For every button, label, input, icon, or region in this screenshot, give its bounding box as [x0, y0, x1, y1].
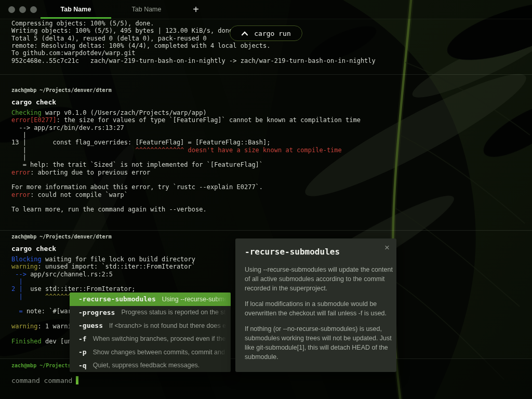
tab-bar: Tab NameTab Name + [0, 0, 532, 19]
terminal-text-segment: : the size for values of type `[FeatureF… [57, 116, 361, 124]
doc-paragraph-line: recorded in the superproject. [245, 284, 387, 293]
terminal-text-segment: warp v0.1.0 (/Users/zach/Projects/warp/a… [42, 109, 207, 116]
command-text[interactable]: cargo check [11, 245, 56, 252]
doc-paragraph: If nothing (or --no-recurse-submodules) … [245, 324, 387, 362]
flag-description: When switching branches, proceed even if… [93, 335, 227, 342]
doc-paragraph-line: submodule. [245, 352, 387, 362]
terminal-block-git-push: Compressing objects: 100% (5/5), done.Wr… [11, 20, 376, 64]
flag-name: -guess [78, 322, 103, 329]
autocomplete-item[interactable]: -qQuiet, suppress feedback messages. [70, 359, 231, 373]
autocomplete-item[interactable]: -fWhen switching branches, proceed even … [70, 332, 231, 346]
doc-paragraphs: Using --recurse-submodules will update t… [245, 265, 387, 362]
terminal-text-segment: : 1 warni [38, 323, 72, 330]
doc-paragraph-line: submodules working trees will not be upd… [245, 334, 387, 343]
terminal-text-segment: To github.com:warpdotdev/warp.git [11, 49, 135, 57]
terminal-line: Total 5 (delta 4), reused 0 (delta 0), p… [11, 35, 376, 42]
jump-to-command-pill[interactable]: cargo run [230, 25, 302, 41]
terminal-text-segment: app/src/channel.rs:2:5 [30, 271, 113, 278]
tab-label: Tab Name [61, 6, 91, 13]
close-icon[interactable]: × [384, 243, 390, 253]
doc-paragraph-line: If local modifications in a submodule wo… [245, 299, 387, 309]
tab-label: Tab Name [132, 6, 162, 13]
flag-description: Show changes between commits, commit and [93, 349, 227, 356]
terminal-line: error[E0277]: the size for values of typ… [11, 116, 361, 124]
terminal-text-segment: | [11, 147, 135, 154]
terminal-text-segment: Total 5 (delta 4), reused 0 (delta 0), p… [11, 35, 207, 42]
terminal-line: | [11, 154, 361, 161]
terminal-text-segment [23, 293, 45, 300]
terminal-text-segment: To learn more, run the command again wit… [11, 206, 207, 213]
terminal-line: Writing objects: 100% (5/5), 495 bytes |… [11, 27, 376, 34]
terminal-text-segment: 2 | [11, 285, 23, 292]
terminal-line: 13 | const flag_overrides: [FeatureFlag]… [11, 139, 361, 146]
terminal-text-segment: error[E0277] [11, 116, 57, 124]
pill-label: cargo run [254, 30, 290, 37]
terminal-text-segment: = help: the trait `Sized` is not impleme… [11, 161, 263, 168]
terminal-block-cargo-check-error: Checking warp v0.1.0 (/Users/zach/Projec… [11, 109, 361, 214]
autocomplete-items: -recurse-submodulesUsing --recurse-submo… [70, 292, 231, 372]
flag-name: -progress [78, 309, 115, 316]
doc-paragraph-line: overwritten the checkout will fail unles… [245, 309, 387, 318]
terminal-text-segment: : could not compile `warp` [30, 191, 128, 198]
flag-name: -q [78, 362, 87, 369]
terminal-text-segment: Compressing objects: 100% (5/5), done. [11, 20, 154, 27]
terminal-text-segment: warning [11, 323, 38, 330]
terminal-text-segment: --> app/src/bin/dev.rs:13:27 [11, 124, 124, 131]
block-separator [0, 74, 532, 75]
doc-paragraph-line: Using --recurse-submodules will update t… [245, 265, 387, 274]
terminal-text-segment: --> [11, 271, 30, 278]
flag-name: -p [78, 348, 87, 356]
terminal-text-segment: | [11, 131, 26, 139]
terminal-line [11, 176, 361, 183]
terminal-line: For more information about this error, t… [11, 183, 361, 191]
new-tab-button[interactable]: + [189, 4, 203, 16]
terminal-text-segment: 13 | const flag_overrides: [FeatureFlag]… [11, 139, 271, 146]
terminal-text-segment: | [11, 154, 26, 161]
traffic-light-close[interactable] [8, 6, 15, 13]
terminal-line: | ^^^^^^^^^^^^^ doesn't have a size know… [11, 147, 361, 154]
terminal-text-segment: | [11, 278, 23, 285]
flag-description: Using --recurse-submo [162, 296, 227, 303]
terminal-line: To learn more, run the command again wit… [11, 206, 361, 213]
terminal-line: | [11, 131, 361, 139]
doc-paragraph: If local modifications in a submodule wo… [245, 299, 387, 318]
terminal-line: 2 | use std::iter::FromIterator; [11, 285, 195, 292]
doc-paragraph-line: If nothing (or --no-recurse-submodules) … [245, 324, 387, 334]
terminal-text-segment: use std::iter::FromIterator; [23, 285, 136, 292]
traffic-light-minimize[interactable] [19, 6, 26, 13]
autocomplete-item[interactable]: -pShow changes between commits, commit a… [70, 345, 231, 359]
chevron-up-icon [241, 31, 248, 36]
terminal-line: To github.com:warpdotdev/warp.git [11, 49, 376, 57]
autocomplete-item[interactable]: -recurse-submodulesUsing --recurse-submo [70, 292, 231, 306]
tab-2[interactable]: Tab Name [111, 0, 182, 19]
traffic-light-zoom[interactable] [30, 6, 37, 13]
block-separator [0, 230, 532, 231]
command-text[interactable]: cargo check [11, 98, 56, 106]
terminal-text-segment: remote: Resolving deltas: 100% (4/4), co… [11, 42, 271, 49]
text-cursor [76, 376, 78, 384]
terminal-line: remote: Resolving deltas: 100% (4/4), co… [11, 42, 376, 49]
terminal-line: --> app/src/channel.rs:2:5 [11, 271, 195, 278]
terminal-line: Blocking waiting for file lock on build … [11, 256, 195, 263]
prompt: zach@mbp ~/Projects [11, 363, 71, 369]
flag-description: Progress status is reported on the st [121, 309, 227, 316]
terminal-line: error: aborting due to previous error [11, 169, 361, 176]
terminal-text-segment: Writing objects: 100% (5/5), 495 bytes |… [11, 27, 236, 34]
prompt: zach@mbp ~/Projects/denver/dterm [11, 87, 112, 94]
terminal-text-segment: = [11, 308, 23, 315]
command-input[interactable]: command command [11, 376, 78, 384]
traffic-lights [0, 6, 37, 13]
terminal-text-segment: For more information about this error, t… [11, 183, 263, 191]
flag-description: Quiet, suppress feedback messages. [93, 362, 227, 369]
terminal-text-segment: error [11, 191, 30, 198]
terminal-line: = help: the trait `Sized` is not impleme… [11, 161, 361, 168]
autocomplete-item[interactable]: -guessIf <branch> is not found but there… [70, 319, 231, 332]
autocomplete-item[interactable]: -progressProgress status is reported on … [70, 306, 231, 320]
flag-name: -f [78, 335, 87, 343]
doc-panel-title: -recurse-submodules [245, 247, 387, 257]
terminal-text-segment: Checking [11, 109, 42, 116]
autocomplete-dropdown: -recurse-submodulesUsing --recurse-submo… [70, 292, 231, 372]
tab-1[interactable]: Tab Name [41, 0, 111, 19]
terminal-text-segment: waiting for file lock on build directory [42, 256, 195, 263]
tab-list: Tab NameTab Name [41, 0, 182, 19]
